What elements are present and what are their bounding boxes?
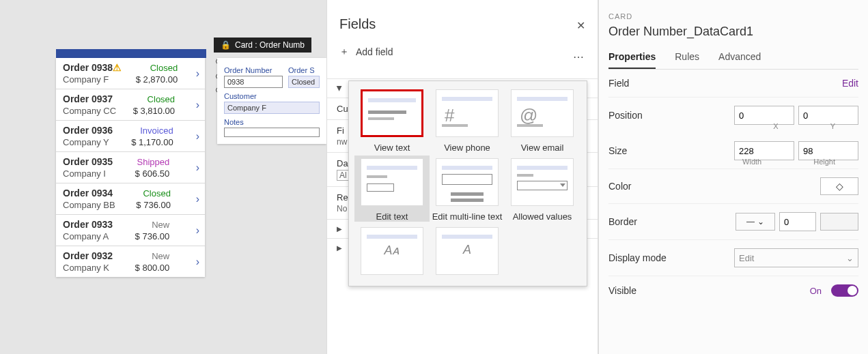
position-y-input[interactable] (798, 106, 858, 125)
picker-more-1[interactable]: Aᴀ (354, 227, 430, 280)
props-control-name: Order Number_DataCard1 (608, 25, 858, 39)
selection-card-tag[interactable]: 🔒 Card : Order Numb (214, 38, 311, 53)
order-title: Order 0932 (63, 250, 113, 261)
accordion-label: Cu (337, 104, 348, 114)
thumb-icon: Aᴀ (361, 227, 423, 275)
list-item[interactable]: Order 0936Company YInvoiced$ 1,170.00› (56, 120, 205, 151)
border-color-swatch[interactable] (820, 213, 858, 231)
order-price: $ 736.00 (136, 200, 171, 210)
list-item[interactable]: Order 0938⚠Company FClosed$ 2,870.00› (56, 58, 205, 89)
prop-field-edit-link[interactable]: Edit (842, 78, 858, 89)
accordion-sublabel: Al (337, 170, 350, 181)
thumb-icon (436, 158, 499, 206)
accordion-label: Re (337, 192, 348, 203)
status-badge: New (152, 251, 169, 261)
thumb-icon (361, 158, 423, 206)
more-icon[interactable]: ⋯ (573, 50, 585, 63)
display-mode-value: Edit (739, 253, 754, 263)
border-style-dropdown[interactable]: — ⌄ (736, 213, 775, 231)
list-item[interactable]: Order 0932Company KNew$ 800.00› (56, 246, 205, 277)
company-name: Company F (63, 74, 122, 85)
color-swatch-button[interactable]: ◇ (820, 177, 858, 195)
order-status-label: Order S (288, 66, 320, 74)
order-title: Order 0938⚠ (63, 62, 122, 73)
display-mode-dropdown[interactable]: Edit ⌄ (734, 248, 858, 267)
list-item[interactable]: Order 0935Company IShipped$ 606.50› (56, 151, 205, 183)
chevron-down-icon: ⌄ (846, 253, 854, 263)
chevron-right-icon: ▶ (337, 225, 342, 233)
picker-label: View text (354, 143, 430, 153)
thumb-icon: # (436, 89, 499, 137)
company-name: Company Y (63, 137, 113, 147)
prop-visible-label: Visible (608, 285, 636, 296)
picker-edit-text[interactable]: Edit text (354, 156, 430, 222)
prop-size-label: Size (608, 145, 627, 156)
chevron-right-icon: › (196, 224, 199, 237)
order-number-label: Order Number (224, 66, 283, 74)
border-width-input[interactable] (779, 212, 816, 231)
notes-input[interactable] (224, 128, 320, 137)
chevron-right-icon: › (196, 256, 199, 268)
picker-label: View email (505, 143, 580, 153)
chevron-right-icon: › (196, 68, 199, 80)
picker-allowed-values[interactable]: Allowed values (505, 158, 580, 222)
company-name: Company I (63, 168, 113, 179)
order-price: $ 800.00 (135, 263, 170, 273)
order-price: $ 736.00 (135, 231, 170, 241)
status-badge: Shipped (137, 157, 170, 167)
list-item[interactable]: Order 0933Company ANew$ 736.00› (56, 214, 205, 246)
picker-view-phone[interactable]: # View phone (430, 89, 505, 153)
chevron-right-icon: › (196, 99, 199, 111)
company-name: Company K (63, 263, 113, 273)
list-item[interactable]: Order 0934Company BBClosed$ 736.00› (56, 183, 205, 214)
order-price: $ 3,810.00 (133, 106, 175, 116)
position-x-input[interactable] (734, 106, 794, 125)
lock-icon: 🔒 (221, 40, 231, 50)
order-number-input[interactable]: 0938 (224, 76, 283, 88)
company-name: Company A (63, 231, 113, 241)
x-sublabel: X (773, 122, 778, 130)
picker-view-email[interactable]: @ View email (505, 89, 580, 153)
tab-advanced[interactable]: Advanced (718, 46, 761, 69)
tab-rules[interactable]: Rules (675, 46, 699, 69)
order-price: $ 606.50 (135, 168, 170, 179)
detail-form-card: Order Number 0938 Order S Closed Custome… (217, 58, 326, 144)
thumb-icon (361, 89, 423, 137)
picker-more-2[interactable]: A (430, 227, 505, 280)
prop-field-label: Field (608, 78, 629, 89)
picker-label: Allowed values (505, 211, 580, 222)
visible-on-label: On (810, 286, 822, 296)
close-icon[interactable]: ✕ (576, 19, 585, 32)
company-name: Company BB (63, 200, 115, 210)
order-title: Order 0934 (63, 188, 115, 198)
chevron-right-icon: › (196, 162, 199, 174)
chevron-down-icon: ⌄ (757, 217, 764, 226)
h-sublabel: Height (813, 158, 835, 166)
chevron-right-icon: ▶ (337, 244, 342, 252)
picker-label: Edit text (354, 211, 430, 222)
picker-edit-multiline[interactable]: Edit multi-line text (430, 158, 505, 222)
order-title: Order 0937 (63, 93, 116, 104)
add-field-button[interactable]: ＋ Add field (327, 42, 598, 66)
y-sublabel: Y (830, 122, 835, 130)
status-badge: New (152, 220, 169, 230)
prop-display-mode-label: Display mode (608, 252, 667, 263)
picker-label: Edit multi-line text (430, 211, 505, 222)
order-status-display: Closed (288, 76, 320, 88)
list-item[interactable]: Order 0937Company CCClosed$ 3,810.00› (56, 89, 205, 120)
status-badge: Closed (143, 188, 170, 198)
status-badge: Invoiced (140, 126, 173, 136)
accordion-label: Da (337, 158, 348, 168)
order-title: Order 0936 (63, 125, 113, 136)
customer-label: Customer (224, 92, 320, 100)
company-name: Company CC (63, 106, 116, 116)
picker-label: View phone (430, 143, 505, 153)
paint-icon: ◇ (836, 181, 843, 192)
prop-border-label: Border (608, 216, 637, 227)
tab-properties[interactable]: Properties (608, 46, 656, 69)
properties-pane: CARD Order Number_DataCard1 Properties R… (598, 0, 868, 354)
w-sublabel: Width (742, 158, 761, 166)
visible-toggle[interactable] (831, 284, 858, 297)
warning-icon: ⚠ (113, 62, 122, 73)
picker-view-text[interactable]: View text (354, 89, 430, 153)
